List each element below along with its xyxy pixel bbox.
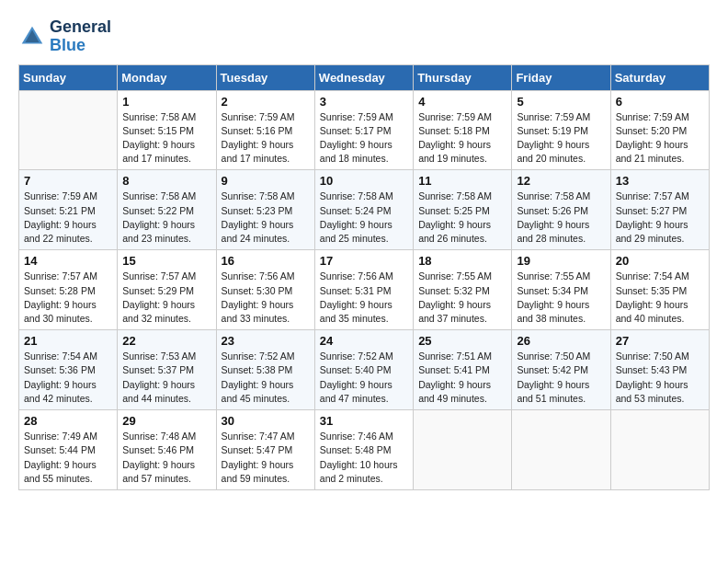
calendar-cell: 2Sunrise: 7:59 AM Sunset: 5:16 PM Daylig… <box>216 90 314 170</box>
calendar-cell: 4Sunrise: 7:59 AM Sunset: 5:18 PM Daylig… <box>414 90 512 170</box>
day-number: 24 <box>320 334 408 348</box>
day-number: 14 <box>24 254 112 268</box>
day-number: 28 <box>24 414 112 428</box>
calendar-cell: 19Sunrise: 7:55 AM Sunset: 5:34 PM Dayli… <box>512 250 610 330</box>
day-info: Sunrise: 7:56 AM Sunset: 5:30 PM Dayligh… <box>222 270 310 326</box>
day-number: 3 <box>320 95 408 109</box>
day-number: 10 <box>320 174 408 188</box>
day-number: 7 <box>24 174 112 188</box>
day-number: 27 <box>616 334 704 348</box>
day-info: Sunrise: 7:58 AM Sunset: 5:26 PM Dayligh… <box>517 190 605 246</box>
day-info: Sunrise: 7:59 AM Sunset: 5:18 PM Dayligh… <box>418 110 506 167</box>
calendar-cell: 30Sunrise: 7:47 AM Sunset: 5:47 PM Dayli… <box>216 410 314 490</box>
day-info: Sunrise: 7:58 AM Sunset: 5:24 PM Dayligh… <box>320 190 408 246</box>
day-info: Sunrise: 7:58 AM Sunset: 5:22 PM Dayligh… <box>122 190 210 246</box>
day-number: 30 <box>222 414 310 428</box>
calendar-cell: 17Sunrise: 7:56 AM Sunset: 5:31 PM Dayli… <box>314 250 413 330</box>
calendar-cell: 31Sunrise: 7:46 AM Sunset: 5:48 PM Dayli… <box>314 410 413 490</box>
day-number: 19 <box>517 254 605 268</box>
day-info: Sunrise: 7:54 AM Sunset: 5:36 PM Dayligh… <box>24 350 112 406</box>
day-number: 20 <box>616 254 704 268</box>
calendar-cell <box>610 410 709 490</box>
day-number: 31 <box>320 414 408 428</box>
calendar-cell: 22Sunrise: 7:53 AM Sunset: 5:37 PM Dayli… <box>118 330 216 410</box>
calendar-cell: 20Sunrise: 7:54 AM Sunset: 5:35 PM Dayli… <box>610 250 709 330</box>
day-info: Sunrise: 7:50 AM Sunset: 5:42 PM Dayligh… <box>517 350 605 406</box>
calendar-week-3: 14Sunrise: 7:57 AM Sunset: 5:28 PM Dayli… <box>19 250 710 330</box>
day-info: Sunrise: 7:55 AM Sunset: 5:32 PM Dayligh… <box>418 270 506 326</box>
calendar-header-monday: Monday <box>118 64 216 90</box>
day-info: Sunrise: 7:51 AM Sunset: 5:41 PM Dayligh… <box>418 350 506 406</box>
day-info: Sunrise: 7:59 AM Sunset: 5:20 PM Dayligh… <box>616 110 704 167</box>
day-info: Sunrise: 7:48 AM Sunset: 5:46 PM Dayligh… <box>122 430 210 486</box>
day-number: 26 <box>517 334 605 348</box>
calendar-cell: 26Sunrise: 7:50 AM Sunset: 5:42 PM Dayli… <box>512 330 610 410</box>
day-number: 1 <box>122 95 210 109</box>
day-number: 17 <box>320 254 408 268</box>
day-info: Sunrise: 7:58 AM Sunset: 5:15 PM Dayligh… <box>122 110 210 167</box>
day-info: Sunrise: 7:57 AM Sunset: 5:27 PM Dayligh… <box>616 190 704 246</box>
calendar-cell: 21Sunrise: 7:54 AM Sunset: 5:36 PM Dayli… <box>19 330 118 410</box>
logo-text: GeneralBlue <box>50 18 111 55</box>
day-info: Sunrise: 7:46 AM Sunset: 5:48 PM Dayligh… <box>320 430 408 486</box>
calendar-cell <box>414 410 512 490</box>
calendar-cell: 16Sunrise: 7:56 AM Sunset: 5:30 PM Dayli… <box>216 250 314 330</box>
calendar-table: SundayMondayTuesdayWednesdayThursdayFrid… <box>18 64 710 490</box>
calendar-header-sunday: Sunday <box>19 64 118 90</box>
day-info: Sunrise: 7:59 AM Sunset: 5:19 PM Dayligh… <box>517 110 605 167</box>
calendar-cell: 9Sunrise: 7:58 AM Sunset: 5:23 PM Daylig… <box>216 170 314 250</box>
day-number: 4 <box>418 95 506 109</box>
calendar-cell: 6Sunrise: 7:59 AM Sunset: 5:20 PM Daylig… <box>610 90 709 170</box>
day-info: Sunrise: 7:57 AM Sunset: 5:29 PM Dayligh… <box>122 270 210 326</box>
day-info: Sunrise: 7:54 AM Sunset: 5:35 PM Dayligh… <box>616 270 704 326</box>
calendar-cell: 8Sunrise: 7:58 AM Sunset: 5:22 PM Daylig… <box>118 170 216 250</box>
page-header: GeneralBlue <box>18 18 710 55</box>
calendar-cell: 25Sunrise: 7:51 AM Sunset: 5:41 PM Dayli… <box>414 330 512 410</box>
day-info: Sunrise: 7:55 AM Sunset: 5:34 PM Dayligh… <box>517 270 605 326</box>
calendar-cell: 29Sunrise: 7:48 AM Sunset: 5:46 PM Dayli… <box>118 410 216 490</box>
day-info: Sunrise: 7:58 AM Sunset: 5:25 PM Dayligh… <box>418 190 506 246</box>
logo-icon <box>18 23 46 51</box>
calendar-cell: 24Sunrise: 7:52 AM Sunset: 5:40 PM Dayli… <box>314 330 413 410</box>
day-info: Sunrise: 7:57 AM Sunset: 5:28 PM Dayligh… <box>24 270 112 326</box>
day-number: 25 <box>418 334 506 348</box>
day-number: 12 <box>517 174 605 188</box>
calendar-week-5: 28Sunrise: 7:49 AM Sunset: 5:44 PM Dayli… <box>19 410 710 490</box>
calendar-cell: 1Sunrise: 7:58 AM Sunset: 5:15 PM Daylig… <box>118 90 216 170</box>
calendar-cell: 15Sunrise: 7:57 AM Sunset: 5:29 PM Dayli… <box>118 250 216 330</box>
calendar-cell <box>19 90 118 170</box>
day-info: Sunrise: 7:52 AM Sunset: 5:40 PM Dayligh… <box>320 350 408 406</box>
logo: GeneralBlue <box>18 18 111 55</box>
calendar-cell: 23Sunrise: 7:52 AM Sunset: 5:38 PM Dayli… <box>216 330 314 410</box>
calendar-week-2: 7Sunrise: 7:59 AM Sunset: 5:21 PM Daylig… <box>19 170 710 250</box>
day-info: Sunrise: 7:50 AM Sunset: 5:43 PM Dayligh… <box>616 350 704 406</box>
day-info: Sunrise: 7:52 AM Sunset: 5:38 PM Dayligh… <box>222 350 310 406</box>
day-info: Sunrise: 7:53 AM Sunset: 5:37 PM Dayligh… <box>122 350 210 406</box>
calendar-header-saturday: Saturday <box>610 64 709 90</box>
day-number: 22 <box>122 334 210 348</box>
calendar-week-4: 21Sunrise: 7:54 AM Sunset: 5:36 PM Dayli… <box>19 330 710 410</box>
day-info: Sunrise: 7:58 AM Sunset: 5:23 PM Dayligh… <box>222 190 310 246</box>
calendar-header-tuesday: Tuesday <box>216 64 314 90</box>
calendar-cell: 12Sunrise: 7:58 AM Sunset: 5:26 PM Dayli… <box>512 170 610 250</box>
day-number: 18 <box>418 254 506 268</box>
day-number: 8 <box>122 174 210 188</box>
calendar-header-friday: Friday <box>512 64 610 90</box>
calendar-cell: 11Sunrise: 7:58 AM Sunset: 5:25 PM Dayli… <box>414 170 512 250</box>
calendar-header-wednesday: Wednesday <box>314 64 413 90</box>
calendar-cell: 28Sunrise: 7:49 AM Sunset: 5:44 PM Dayli… <box>19 410 118 490</box>
calendar-cell: 7Sunrise: 7:59 AM Sunset: 5:21 PM Daylig… <box>19 170 118 250</box>
calendar-cell: 10Sunrise: 7:58 AM Sunset: 5:24 PM Dayli… <box>314 170 413 250</box>
calendar-cell: 3Sunrise: 7:59 AM Sunset: 5:17 PM Daylig… <box>314 90 413 170</box>
day-number: 9 <box>222 174 310 188</box>
day-number: 29 <box>122 414 210 428</box>
day-number: 13 <box>616 174 704 188</box>
calendar-body: 1Sunrise: 7:58 AM Sunset: 5:15 PM Daylig… <box>19 90 710 489</box>
calendar-cell: 5Sunrise: 7:59 AM Sunset: 5:19 PM Daylig… <box>512 90 610 170</box>
calendar-cell <box>512 410 610 490</box>
day-number: 11 <box>418 174 506 188</box>
day-info: Sunrise: 7:56 AM Sunset: 5:31 PM Dayligh… <box>320 270 408 326</box>
day-info: Sunrise: 7:49 AM Sunset: 5:44 PM Dayligh… <box>24 430 112 486</box>
day-number: 16 <box>222 254 310 268</box>
day-number: 6 <box>616 95 704 109</box>
